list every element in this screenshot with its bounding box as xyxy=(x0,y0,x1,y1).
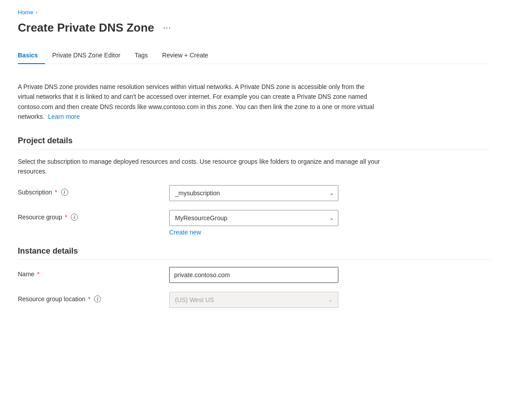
name-row: Name * xyxy=(18,267,490,283)
tab-tags[interactable]: Tags xyxy=(127,47,155,64)
ellipsis-menu-button[interactable]: ··· xyxy=(159,21,175,34)
section-divider xyxy=(18,149,490,149)
resource-group-location-info-icon[interactable]: i xyxy=(94,295,101,303)
instance-details-section: Instance details Name * Resource group l… xyxy=(18,246,490,308)
tab-basics[interactable]: Basics xyxy=(18,47,45,64)
instance-section-divider xyxy=(18,259,490,260)
breadcrumb-home-link[interactable]: Home xyxy=(18,9,33,16)
subscription-control: _mysubscription ⌄ xyxy=(169,185,338,201)
tabs-container: Basics Private DNS Zone Editor Tags Revi… xyxy=(18,47,490,64)
resource-group-row: Resource group * i MyResourceGroup ⌄ Cre… xyxy=(18,210,490,236)
resource-group-required-star: * xyxy=(65,214,67,221)
resource-group-dropdown-container: MyResourceGroup ⌄ xyxy=(169,210,338,226)
subscription-dropdown-container: _mysubscription ⌄ xyxy=(169,185,338,201)
learn-more-link[interactable]: Learn more xyxy=(48,113,80,120)
project-details-description: Select the subscription to manage deploy… xyxy=(18,157,383,177)
resource-group-location-dropdown: (US) West US ⌄ xyxy=(169,292,338,308)
page-title-row: Create Private DNS Zone ··· xyxy=(18,21,490,35)
resource-group-location-row: Resource group location * i (US) West US… xyxy=(18,292,490,308)
description-section: A Private DNS zone provides name resolut… xyxy=(18,75,490,125)
tab-review-create[interactable]: Review + Create xyxy=(155,47,215,64)
resource-group-location-label: Resource group location * i xyxy=(18,292,169,303)
resource-group-location-control: (US) West US ⌄ xyxy=(169,292,338,308)
tab-private-dns-zone-editor[interactable]: Private DNS Zone Editor xyxy=(45,47,127,64)
breadcrumb-chevron: › xyxy=(36,10,38,15)
instance-details-title: Instance details xyxy=(18,246,490,256)
subscription-dropdown[interactable]: _mysubscription xyxy=(169,185,338,201)
resource-group-control: MyResourceGroup ⌄ Create new xyxy=(169,210,338,236)
subscription-required-star: * xyxy=(55,189,57,196)
project-details-title: Project details xyxy=(18,136,490,145)
description-text: A Private DNS zone provides name resolut… xyxy=(18,75,383,125)
subscription-label: Subscription * i xyxy=(18,185,169,196)
name-required-star: * xyxy=(37,271,39,278)
page-title: Create Private DNS Zone xyxy=(18,21,154,35)
subscription-row: Subscription * i _mysubscription ⌄ xyxy=(18,185,490,201)
name-control xyxy=(169,267,338,283)
subscription-info-icon[interactable]: i xyxy=(61,189,68,196)
resource-group-info-icon[interactable]: i xyxy=(71,214,78,221)
resource-group-location-chevron-icon: ⌄ xyxy=(328,297,333,303)
name-label: Name * xyxy=(18,267,169,278)
create-new-link[interactable]: Create new xyxy=(169,229,201,236)
resource-group-label: Resource group * i xyxy=(18,210,169,221)
name-input[interactable] xyxy=(169,267,338,283)
resource-group-location-required-star: * xyxy=(88,295,90,303)
resource-group-dropdown[interactable]: MyResourceGroup xyxy=(169,210,338,226)
breadcrumb: Home › xyxy=(18,9,490,16)
project-details-section: Project details Select the subscription … xyxy=(18,136,490,236)
